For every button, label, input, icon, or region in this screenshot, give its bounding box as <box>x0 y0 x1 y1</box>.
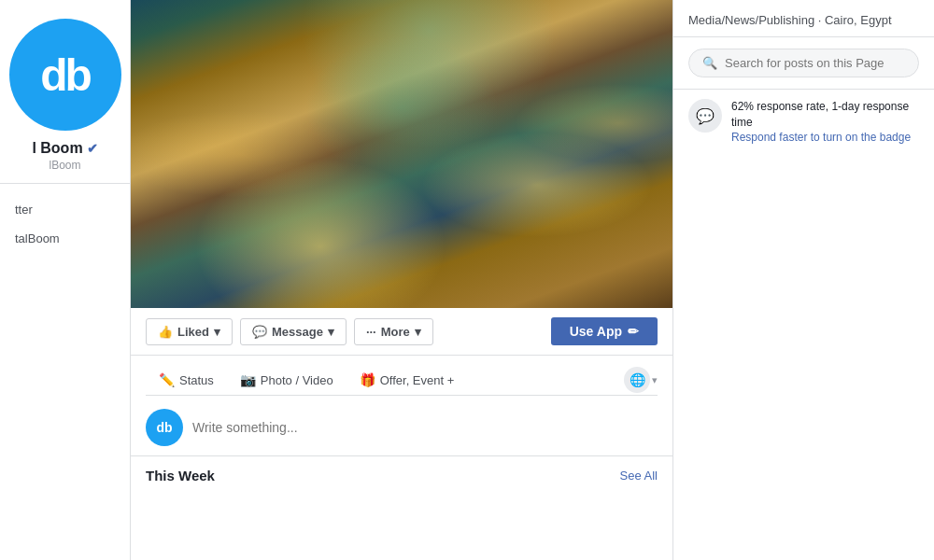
response-sub-text[interactable]: Respond faster to turn on the badge <box>731 131 919 144</box>
composer-avatar: db <box>146 409 183 446</box>
more-chevron-icon: ▾ <box>415 325 421 339</box>
right-panel: Media/News/Publishing · Cairo, Egypt 🔍 💬… <box>672 0 934 560</box>
response-info: 62% response rate, 1-day response time R… <box>731 99 919 144</box>
pencil-icon: ✏ <box>628 324 639 339</box>
sidebar-nav-item-1[interactable]: tter <box>0 195 130 224</box>
response-icon: 💬 <box>688 99 722 133</box>
composer-input-row: db <box>146 405 658 446</box>
audience-selector[interactable]: 🌐 <box>624 367 650 393</box>
tab-photo-video[interactable]: 📷 Photo / Video <box>227 365 347 395</box>
search-input[interactable] <box>725 56 905 70</box>
this-week-section: This Week See All <box>131 456 672 495</box>
composer-tabs: ✏️ Status 📷 Photo / Video 🎁 Offer, Event… <box>146 365 658 396</box>
liked-chevron-icon: ▾ <box>214 325 220 339</box>
page-info-header: Media/News/Publishing · Cairo, Egypt <box>673 0 934 37</box>
liked-button[interactable]: 👍 Liked ▾ <box>146 318 233 345</box>
action-bar: 👍 Liked ▾ 💬 Message ▾ ··· More ▾ Use App… <box>131 308 672 356</box>
cover-photo <box>131 0 672 308</box>
more-button[interactable]: ··· More ▾ <box>354 318 433 345</box>
message-button[interactable]: 💬 Message ▾ <box>240 318 347 345</box>
main-content: 👍 Liked ▾ 💬 Message ▾ ··· More ▾ Use App… <box>131 0 672 560</box>
this-week-title: This Week <box>146 468 215 483</box>
audience-chevron: ▾ <box>652 374 658 386</box>
search-icon: 🔍 <box>702 56 717 70</box>
response-rate-box: 💬 62% response rate, 1-day response time… <box>673 89 934 153</box>
search-box[interactable]: 🔍 <box>688 49 919 77</box>
photo-icon: 📷 <box>240 372 256 387</box>
offer-icon: 🎁 <box>360 372 375 387</box>
post-composer: ✏️ Status 📷 Photo / Video 🎁 Offer, Event… <box>131 356 672 456</box>
message-icon: 💬 <box>252 325 267 339</box>
sidebar-divider <box>0 183 130 184</box>
thumbs-up-icon: 👍 <box>158 325 173 339</box>
see-all-link[interactable]: See All <box>620 469 658 483</box>
avatar-letters: db <box>40 49 90 101</box>
left-sidebar: db l Boom ✔ lBoom tter talBoom <box>0 0 131 560</box>
verified-badge: ✔ <box>87 141 98 156</box>
page-name: l Boom ✔ <box>32 140 97 157</box>
use-app-button[interactable]: Use App ✏ <box>551 317 658 345</box>
globe-icon: 🌐 <box>630 372 645 387</box>
message-chevron-icon: ▾ <box>328 325 334 339</box>
more-dots-icon: ··· <box>366 325 376 339</box>
response-rate-text: 62% response rate, 1-day response time <box>731 99 919 131</box>
cover-photo-inner <box>131 0 672 308</box>
sidebar-nav-item-2[interactable]: talBoom <box>0 224 130 253</box>
page-handle: lBoom <box>49 159 80 172</box>
composer-avatar-letters: db <box>156 420 172 435</box>
tab-offer-event[interactable]: 🎁 Offer, Event + <box>347 365 468 395</box>
avatar: db <box>9 19 121 131</box>
tab-status[interactable]: ✏️ Status <box>146 365 227 395</box>
write-something-input[interactable] <box>192 420 658 435</box>
status-icon: ✏️ <box>159 372 175 387</box>
